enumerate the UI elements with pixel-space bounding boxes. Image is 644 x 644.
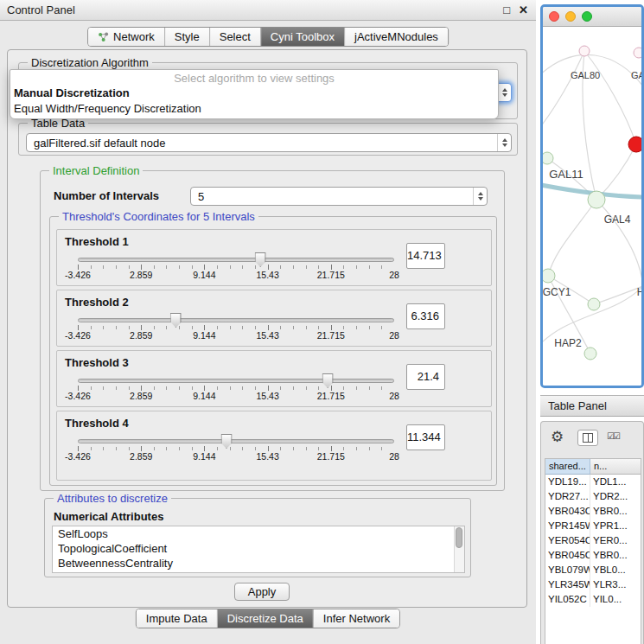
list-scrollbar[interactable] xyxy=(454,526,464,572)
numerical-attributes-label: Numerical Attributes xyxy=(54,510,163,523)
scrollbar-thumb[interactable] xyxy=(456,527,462,548)
minimize-traffic-light-icon[interactable] xyxy=(565,11,576,22)
column-header-name[interactable]: n... xyxy=(590,459,641,475)
number-of-intervals-value: 5 xyxy=(191,190,473,203)
network-node-label: H xyxy=(637,286,641,298)
top-tab-bar: Network Style Select Cyni Toolbox jActiv… xyxy=(87,27,449,47)
threshold-1-label: Threshold 1 xyxy=(65,235,129,248)
tab-cyni-toolbox[interactable]: Cyni Toolbox xyxy=(260,28,344,46)
list-item-topologicalcoefficient[interactable]: TopologicalCoefficient xyxy=(53,541,464,556)
tick-label: -3.426 xyxy=(65,270,91,280)
float-window-icon[interactable]: □ xyxy=(503,3,510,16)
tick-label: -3.426 xyxy=(65,391,91,401)
cell: YDL19... xyxy=(545,475,590,489)
control-panel-titlebar: Control Panel □ ✕ xyxy=(0,0,536,21)
tick-label: 15.43 xyxy=(256,330,278,341)
slider-track[interactable] xyxy=(78,379,394,383)
table-row[interactable]: YLR345WYLR3... xyxy=(545,577,641,592)
table-row[interactable]: YDR27...YDR2... xyxy=(545,489,641,504)
threshold-1-slider[interactable] xyxy=(78,251,394,270)
table-data-select[interactable]: galFiltered.sif default node xyxy=(26,133,512,152)
gear-icon[interactable]: ⚙ xyxy=(551,428,564,446)
column-header-shared[interactable]: shared... xyxy=(545,459,590,475)
apply-button[interactable]: Apply xyxy=(234,583,290,601)
list-item-selfloops[interactable]: SelfLoops xyxy=(53,526,464,541)
threshold-4-slider[interactable] xyxy=(78,432,394,451)
thresholds-group: Threshold's Coordinates for 5 Intervals … xyxy=(49,216,497,486)
threshold-3-slider[interactable] xyxy=(78,372,394,391)
table-data-select-value: galFiltered.sif default node xyxy=(27,137,497,150)
table-row[interactable]: YBR043CYBR0... xyxy=(545,504,641,519)
tab-label: Select xyxy=(220,30,251,43)
slider-scale-labels: -3.426 2.859 9.144 15.43 21.715 28 xyxy=(78,451,394,462)
control-panel: Control Panel □ ✕ Network Style xyxy=(0,0,536,644)
slider-scale-labels: -3.426 2.859 9.144 15.43 21.715 28 xyxy=(78,391,394,401)
table-row[interactable]: YER054CYER0... xyxy=(545,533,641,548)
cell: YDR27... xyxy=(545,489,590,504)
tick-label: 9.144 xyxy=(193,330,215,341)
table-row[interactable]: YBL079WYBL0... xyxy=(545,563,641,577)
network-node[interactable] xyxy=(628,137,641,152)
cell: YER054C xyxy=(545,533,590,548)
slider-track[interactable] xyxy=(78,318,394,322)
network-tab-icon xyxy=(98,32,109,42)
select-columns-button[interactable] xyxy=(577,430,598,446)
table-row[interactable]: YBR045CYBR0... xyxy=(545,548,641,563)
table-row[interactable]: YPR145WYPR1... xyxy=(545,519,641,533)
network-view-window[interactable]: GAL80GAGAL11GAL4GCY1HHAP2 xyxy=(540,4,644,388)
network-node[interactable] xyxy=(579,46,590,56)
tab-label: Cyni Toolbox xyxy=(271,30,335,43)
network-node[interactable] xyxy=(588,191,605,208)
zoom-traffic-light-icon[interactable] xyxy=(582,11,592,22)
close-traffic-light-icon[interactable] xyxy=(549,11,559,22)
tab-impute-data[interactable]: Impute Data xyxy=(137,609,217,628)
threshold-1-panel: Threshold 1 -3.426 2.859 9.144 15.43 xyxy=(56,229,492,286)
network-node[interactable] xyxy=(588,298,600,310)
stepper-icon xyxy=(497,134,511,151)
network-node[interactable] xyxy=(634,48,641,58)
dropdown-option-manual-discretization[interactable]: Manual Discretization xyxy=(10,86,498,101)
threshold-2-slider[interactable] xyxy=(78,311,394,330)
table-row[interactable]: YIL052CYIL0... xyxy=(545,592,641,607)
table-panel-titlebar: Table Panel xyxy=(540,395,644,417)
cell: YIL052C xyxy=(545,592,590,607)
tick-label: 2.859 xyxy=(130,270,152,280)
attributes-group-title: Attributes to discretize xyxy=(54,492,171,505)
slider-track[interactable] xyxy=(78,258,394,262)
thresholds-group-title: Threshold's Coordinates for 5 Intervals xyxy=(59,210,258,223)
slider-scale-labels: -3.426 2.859 9.144 15.43 21.715 28 xyxy=(78,270,394,280)
number-of-intervals-select[interactable]: 5 xyxy=(190,187,488,206)
tab-style[interactable]: Style xyxy=(164,28,209,46)
cell: YBR043C xyxy=(545,504,590,519)
threshold-2-value[interactable]: 6.316 xyxy=(406,303,445,329)
show-hide-columns-icon[interactable]: ☑☑ xyxy=(607,431,619,441)
list-item-betweennesscentrality[interactable]: BetweennessCentrality xyxy=(53,556,464,571)
threshold-3-value[interactable]: 21.4 xyxy=(406,364,445,390)
bottom-tab-bar: Impute Data Discretize Data Infer Networ… xyxy=(136,609,400,628)
network-node[interactable] xyxy=(584,348,596,360)
tab-jactivemnodules[interactable]: jActiveMNodules xyxy=(344,28,448,46)
tab-select[interactable]: Select xyxy=(209,28,260,46)
close-icon[interactable]: ✕ xyxy=(519,3,528,16)
screen: Control Panel □ ✕ Network Style xyxy=(0,0,644,644)
slider-track[interactable] xyxy=(78,439,394,443)
cell: YBL079W xyxy=(545,563,590,577)
network-node[interactable] xyxy=(543,269,555,283)
tick-label: 21.715 xyxy=(317,330,345,341)
cyni-toolbox-panel: Discretization Algorithm Select algorith… xyxy=(7,49,527,608)
tick-label: 9.144 xyxy=(193,391,215,401)
tick-label: 9.144 xyxy=(193,451,215,462)
threshold-1-value[interactable]: 14.713 xyxy=(406,243,445,269)
threshold-3-label: Threshold 3 xyxy=(65,356,129,369)
network-canvas[interactable]: GAL80GAGAL11GAL4GCY1HHAP2 xyxy=(543,27,641,386)
tab-label: Impute Data xyxy=(146,612,207,625)
cell: YDR2... xyxy=(590,489,641,504)
threshold-4-value[interactable]: 11.344 xyxy=(406,424,445,450)
dropdown-option-equal-width-frequency[interactable]: Equal Width/Frequency Discretization xyxy=(10,101,498,117)
tab-infer-network[interactable]: Infer Network xyxy=(313,609,399,628)
table-row[interactable]: YDL19...YDL1... xyxy=(545,475,641,489)
tab-discretize-data[interactable]: Discretize Data xyxy=(217,609,313,628)
network-node-label: GCY1 xyxy=(543,286,571,298)
network-node[interactable] xyxy=(543,152,553,164)
tab-network[interactable]: Network xyxy=(88,28,164,46)
